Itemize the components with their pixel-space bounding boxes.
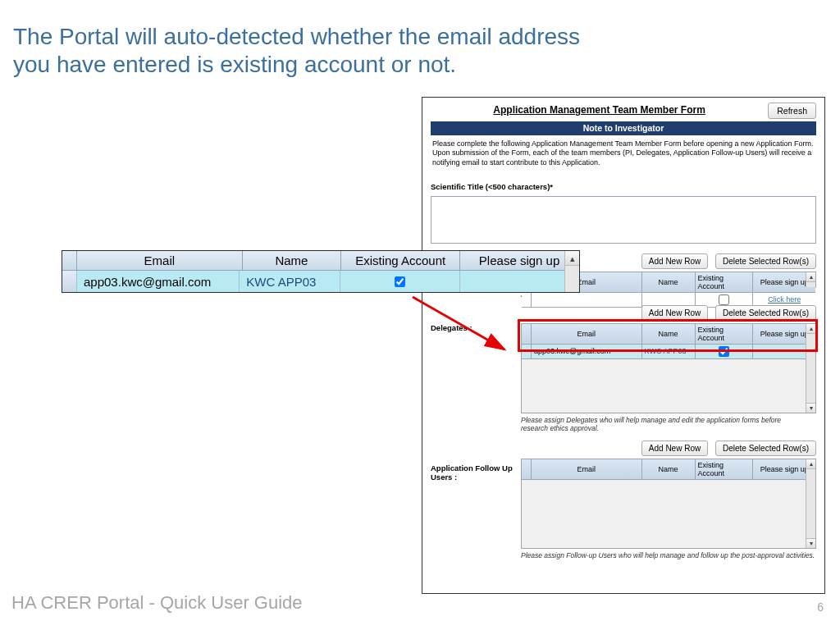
col-email: Email (77, 251, 243, 271)
form-title: Application Management Team Member Form (431, 103, 768, 119)
zoom-callout: Email Name Existing Account Please sign … (62, 250, 580, 293)
followup-section: Application Follow Up Users : Add New Ro… (431, 441, 816, 559)
grid-corner (522, 459, 532, 480)
col-existing: Existing Account (341, 251, 460, 271)
page-number: 6 (817, 600, 824, 614)
col-existing: Existing Account (696, 459, 754, 480)
click-here-link[interactable]: Click here (768, 295, 801, 304)
grid-corner (522, 324, 532, 345)
zoom-signup-cell[interactable] (460, 271, 579, 292)
instructions-text: Please complete the following Applicatio… (431, 135, 816, 174)
zoom-existing-checkbox (395, 276, 405, 287)
col-existing: Existing Account (696, 272, 754, 293)
delegates-row[interactable]: app03.kwc@gmail.com KWC APP03 (522, 345, 815, 359)
delegates-name-cell[interactable]: KWC APP03 (642, 345, 696, 359)
delegates-add-row-button[interactable]: Add New Row (641, 305, 708, 321)
scroll-up-icon[interactable]: ▴ (806, 459, 815, 469)
scientific-title-textarea[interactable] (431, 196, 816, 244)
refresh-button[interactable]: Refresh (768, 103, 816, 119)
zoom-row[interactable]: app03.kwc@gmail.com KWC APP03 (62, 271, 579, 292)
pi-delete-rows-button[interactable]: Delete Selected Row(s) (715, 253, 816, 269)
col-signup: Please sign up (460, 251, 579, 271)
scroll-up-icon[interactable]: ▴ (806, 272, 815, 282)
followup-label: Application Follow Up Users : (431, 441, 521, 559)
followup-grid: Email Name Existing Account Please sign … (521, 459, 816, 549)
followup-add-row-button[interactable]: Add New Row (641, 441, 708, 456)
zoom-scrollbar[interactable]: ▴ (564, 251, 579, 292)
svg-line-0 (413, 297, 504, 349)
col-name: Name (642, 459, 696, 480)
row-handle (62, 271, 77, 292)
note-bar: Note to Investigator (431, 121, 816, 135)
slide-headline: The Portal will auto-detected whether th… (13, 23, 612, 78)
col-email: Email (532, 324, 642, 345)
scroll-up-icon[interactable]: ▴ (565, 251, 579, 266)
delegates-existing-checkbox (719, 346, 729, 357)
col-email: Email (532, 459, 642, 480)
scroll-down-icon[interactable]: ▾ (806, 538, 815, 548)
callout-arrow (406, 292, 521, 358)
pi-add-row-button[interactable]: Add New Row (641, 253, 708, 269)
zoom-name-cell[interactable]: KWC APP03 (240, 271, 340, 292)
col-existing: Existing Account (696, 324, 754, 345)
scroll-up-icon[interactable]: ▴ (806, 324, 815, 334)
col-name: Name (642, 324, 696, 345)
followup-caption: Please assign Follow-up Users who will h… (521, 551, 816, 559)
scientific-title-label: Scientific Title (<500 characters)* (431, 182, 816, 191)
delegates-delete-rows-button[interactable]: Delete Selected Row(s) (715, 305, 816, 321)
followup-delete-rows-button[interactable]: Delete Selected Row(s) (715, 441, 816, 456)
grid-corner (62, 251, 77, 271)
delegates-scrollbar[interactable]: ▴▾ (806, 324, 815, 413)
pi-scrollbar[interactable]: ▴ (806, 272, 815, 287)
scroll-down-icon[interactable]: ▾ (806, 403, 815, 413)
pi-existing-checkbox (719, 294, 729, 305)
delegates-email-cell[interactable]: app03.kwc@gmail.com (532, 345, 642, 359)
followup-scrollbar[interactable]: ▴▾ (806, 459, 815, 548)
col-name: Name (243, 251, 342, 271)
slide: The Portal will auto-detected whether th… (0, 0, 840, 630)
delegates-existing-cell (696, 345, 754, 359)
row-handle (522, 345, 532, 359)
col-name: Name (642, 272, 696, 293)
zoom-email-cell[interactable]: app03.kwc@gmail.com (77, 271, 240, 292)
delegates-caption: Please assign Delegates who will help ma… (521, 416, 783, 432)
delegates-grid: Email Name Existing Account Please sign … (521, 323, 816, 413)
zoom-existing-cell (340, 271, 459, 292)
footer-title: HA CRER Portal - Quick User Guide (11, 592, 303, 614)
